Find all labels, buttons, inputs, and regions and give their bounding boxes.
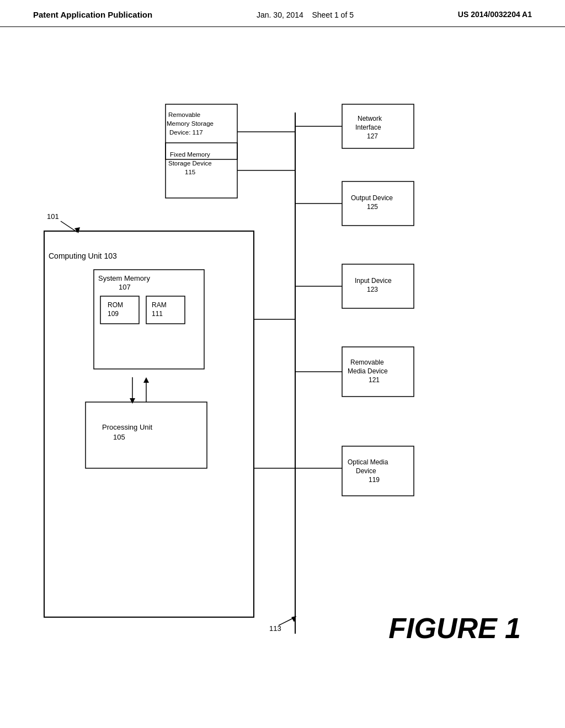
svg-text:Media Device: Media Device: [348, 367, 388, 375]
svg-rect-2: [94, 270, 204, 369]
page-header: Patent Application Publication Jan. 30, …: [0, 0, 565, 27]
svg-text:111: 111: [152, 310, 163, 318]
svg-text:Output Device: Output Device: [351, 194, 393, 202]
svg-text:107: 107: [119, 283, 131, 291]
header-publication-type: Patent Application Publication: [33, 10, 152, 19]
svg-text:System Memory: System Memory: [98, 274, 150, 282]
svg-text:109: 109: [108, 310, 119, 318]
svg-marker-17: [130, 398, 135, 404]
header-date: Jan. 30, 2014: [257, 10, 303, 19]
svg-text:Memory Storage: Memory Storage: [167, 120, 214, 127]
svg-rect-52: [342, 446, 414, 496]
svg-text:123: 123: [367, 286, 378, 293]
svg-rect-5: [100, 296, 139, 324]
svg-text:121: 121: [369, 376, 380, 384]
svg-text:101: 101: [47, 212, 59, 221]
svg-text:Interface: Interface: [355, 124, 381, 131]
diagram-area: Computing Unit 103 System Memory 107 ROM…: [0, 27, 565, 711]
header-date-sheet: Jan. 30, 2014 Sheet 1 of 5: [257, 10, 354, 21]
svg-text:Device: Device: [356, 467, 376, 475]
svg-rect-11: [86, 402, 207, 468]
svg-text:Input Device: Input Device: [355, 277, 392, 285]
svg-marker-15: [143, 377, 149, 383]
header-patent-number: US 2014/0032204 A1: [458, 10, 532, 19]
svg-text:Network: Network: [358, 115, 382, 122]
svg-text:125: 125: [367, 203, 378, 211]
figure-label: FIGURE 1: [388, 612, 521, 645]
svg-text:115: 115: [185, 169, 195, 175]
svg-text:Processing Unit: Processing Unit: [102, 423, 152, 431]
svg-text:105: 105: [113, 433, 125, 441]
svg-text:Computing Unit 103: Computing Unit 103: [49, 251, 117, 260]
svg-text:Optical Media: Optical Media: [348, 458, 388, 466]
svg-text:ROM: ROM: [108, 301, 123, 309]
svg-text:Fixed Memory: Fixed Memory: [170, 151, 210, 158]
svg-text:Device: 117: Device: 117: [169, 129, 203, 136]
patent-diagram: Computing Unit 103 System Memory 107 ROM…: [0, 27, 565, 711]
svg-text:113: 113: [269, 624, 281, 633]
svg-text:127: 127: [367, 132, 378, 140]
header-sheet: Sheet 1 of 5: [312, 10, 354, 19]
svg-text:Removable: Removable: [350, 358, 384, 366]
svg-text:RAM: RAM: [152, 301, 167, 309]
svg-marker-20: [74, 227, 80, 233]
svg-text:Removable: Removable: [168, 111, 200, 118]
svg-text:119: 119: [369, 476, 380, 484]
svg-text:Storage Device: Storage Device: [168, 160, 212, 167]
